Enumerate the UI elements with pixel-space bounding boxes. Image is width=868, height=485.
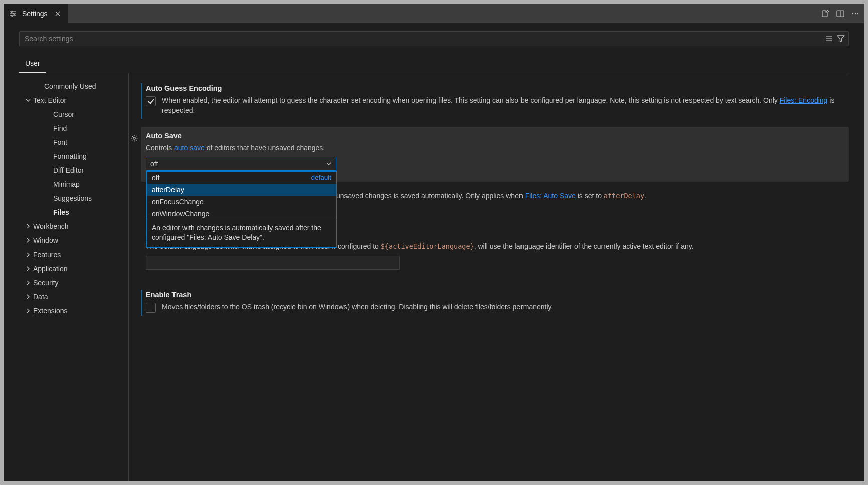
setting-description: When enabled, the editor will attempt to… <box>162 95 844 116</box>
toc-item-label: Data <box>33 292 48 302</box>
toc-item-diff-editor[interactable]: Diff Editor <box>19 163 125 177</box>
svg-point-8 <box>852 13 853 14</box>
setting-title: Enable Trash <box>146 291 844 299</box>
option-on-window-change[interactable]: onWindowChange <box>147 208 336 220</box>
toc-item-data[interactable]: Data <box>19 290 125 304</box>
toc-item-label: Formatting <box>45 151 87 161</box>
toc-item-label: Features <box>33 250 61 260</box>
filter-icon[interactable] <box>836 34 845 43</box>
modified-indicator <box>141 290 142 316</box>
option-on-focus-change[interactable]: onFocusChange <box>147 196 336 208</box>
toc-item-label: Application <box>33 264 68 274</box>
toc-item-label: Extensions <box>33 306 67 316</box>
toc-item-workbench[interactable]: Workbench <box>19 219 125 233</box>
toc-item-commonly-used[interactable]: Commonly Used <box>19 79 125 93</box>
option-off[interactable]: off default <box>147 172 336 184</box>
modified-indicator <box>141 83 142 119</box>
chevron-right-icon <box>24 237 32 244</box>
more-actions-icon[interactable] <box>851 9 860 18</box>
svg-point-4 <box>14 13 15 15</box>
search-input[interactable] <box>20 32 824 46</box>
setting-title: Auto Guess Encoding <box>146 84 844 92</box>
setting-description: Moves files/folders to the OS trash (rec… <box>162 302 553 312</box>
setting-auto-save: Auto Save Controls auto save of editors … <box>141 127 849 182</box>
chevron-right-icon <box>24 280 32 286</box>
svg-point-5 <box>12 15 13 17</box>
close-icon[interactable] <box>54 10 62 17</box>
scope-tab-user[interactable]: User <box>19 54 46 73</box>
auto-guess-encoding-checkbox[interactable] <box>146 96 156 106</box>
toc-item-files[interactable]: Files <box>19 205 125 219</box>
toc-item-label: Diff Editor <box>45 165 84 175</box>
toc-item-security[interactable]: Security <box>19 276 125 290</box>
chevron-down-icon <box>24 97 32 103</box>
select-value: off <box>150 160 158 168</box>
svg-point-14 <box>133 137 135 139</box>
code-active-editor-language: ${activeEditorLanguage} <box>381 242 474 250</box>
auto-save-link[interactable]: auto save <box>174 144 205 152</box>
settings-scope-tabs: User <box>19 54 849 73</box>
tab-title: Settings <box>22 10 48 18</box>
toc-item-find[interactable]: Find <box>19 121 125 135</box>
toc-item-window[interactable]: Window <box>19 233 125 248</box>
chevron-right-icon <box>24 266 32 272</box>
clear-search-icon[interactable] <box>824 34 833 43</box>
toc-item-minimap[interactable]: Minimap <box>19 177 125 191</box>
toc-item-formatting[interactable]: Formatting <box>19 149 125 163</box>
auto-save-dropdown: off default afterDelay onFocusChange onW… <box>146 171 337 248</box>
toc-item-label: Font <box>45 137 67 147</box>
tab-settings[interactable]: Settings <box>4 4 68 23</box>
option-after-delay[interactable]: afterDelay <box>147 184 336 196</box>
enable-trash-checkbox[interactable] <box>146 303 156 313</box>
toc-item-label: Cursor <box>45 109 74 119</box>
setting-description: Controls auto save of editors that have … <box>146 143 844 153</box>
settings-search-box[interactable] <box>19 31 849 46</box>
split-editor-icon[interactable] <box>836 9 845 18</box>
gear-icon[interactable] <box>130 134 139 143</box>
setting-auto-guess-encoding: Auto Guess Encoding When enabled, the ed… <box>141 79 849 123</box>
toc-item-font[interactable]: Font <box>19 135 125 149</box>
files-encoding-link[interactable]: Files: Encoding <box>780 96 828 104</box>
toc-item-label: Text Editor <box>33 95 66 105</box>
toc-item-label: Find <box>45 123 67 133</box>
toc-item-cursor[interactable]: Cursor <box>19 107 125 121</box>
setting-title: Auto Save <box>146 132 844 140</box>
svg-point-9 <box>855 13 856 14</box>
svg-point-10 <box>857 13 858 14</box>
chevron-right-icon <box>24 252 32 258</box>
chevron-right-icon <box>24 294 32 300</box>
option-detail: An editor with changes is automatically … <box>147 220 336 247</box>
chevron-right-icon <box>24 223 32 229</box>
editor-tab-bar: Settings <box>4 4 864 23</box>
chevron-right-icon <box>24 308 32 314</box>
settings-content: Auto Guess Encoding When enabled, the ed… <box>128 73 849 481</box>
settings-toc: Commonly UsedText EditorCursorFindFontFo… <box>19 73 125 481</box>
toc-item-application[interactable]: Application <box>19 262 125 276</box>
default-language-input[interactable] <box>146 256 400 270</box>
auto-save-select[interactable]: off off default afterDelay <box>146 157 336 171</box>
toc-item-label: Minimap <box>45 179 80 189</box>
toc-item-text-editor[interactable]: Text Editor <box>19 93 125 107</box>
open-settings-json-icon[interactable] <box>821 9 830 18</box>
code-after-delay: afterDelay <box>604 192 644 200</box>
toc-item-label: Commonly Used <box>32 81 96 91</box>
svg-point-3 <box>11 11 13 13</box>
toc-item-suggestions[interactable]: Suggestions <box>19 191 125 205</box>
chevron-down-icon <box>325 160 333 168</box>
toc-item-label: Workbench <box>33 221 69 231</box>
toc-item-label: Security <box>33 278 59 288</box>
toc-item-extensions[interactable]: Extensions <box>19 304 125 318</box>
tabbar-actions <box>817 4 864 23</box>
toc-item-label: Window <box>33 235 58 246</box>
toc-item-features[interactable]: Features <box>19 248 125 262</box>
toc-item-label: Files <box>45 207 69 217</box>
settings-tab-icon <box>9 10 17 18</box>
files-auto-save-link[interactable]: Files: Auto Save <box>525 192 576 200</box>
toc-item-label: Suggestions <box>45 193 92 203</box>
setting-enable-trash: Enable Trash Moves files/folders to the … <box>141 286 849 320</box>
